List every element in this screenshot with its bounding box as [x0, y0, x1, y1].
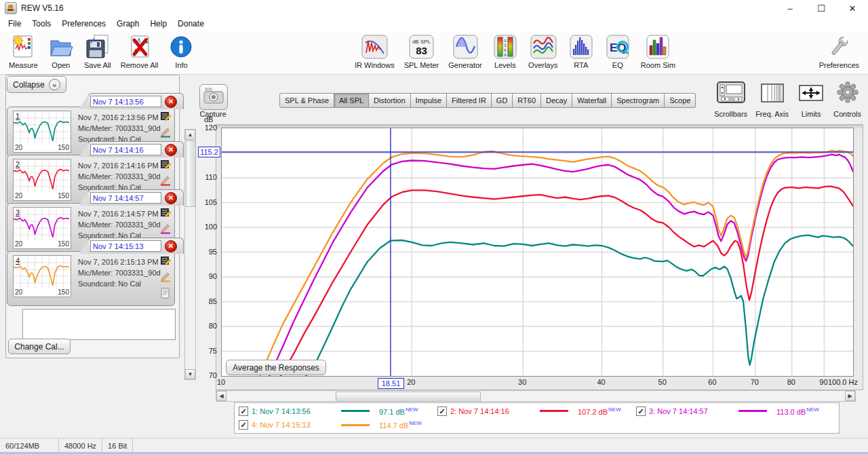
tab-decay[interactable]: Decay: [541, 93, 572, 108]
scrollbars-button[interactable]: Scrollbars: [714, 80, 747, 118]
tab-scope[interactable]: Scope: [665, 93, 696, 108]
toolbar-open-button[interactable]: Open: [47, 34, 75, 69]
toolbar-info-button[interactable]: Info: [167, 34, 195, 69]
toolbar-preferences-button[interactable]: Preferences: [819, 34, 859, 69]
menu-preferences[interactable]: Preferences: [56, 17, 111, 31]
measurement-name-input[interactable]: Nov 7 14:14:16: [90, 144, 161, 155]
menu-bar: FileToolsPreferencesGraphHelpDonate: [0, 16, 868, 31]
measurement-icons: [160, 111, 171, 140]
measurement-thumbnail[interactable]: 120150: [13, 111, 71, 153]
scrollbar-thumb[interactable]: [336, 392, 481, 402]
trace-style-icon[interactable]: [160, 127, 171, 140]
tab-impulse[interactable]: Impulse: [411, 93, 448, 108]
delete-measurement-button[interactable]: ✕: [165, 240, 177, 252]
measurement-notes-input[interactable]: [22, 309, 176, 340]
menu-graph[interactable]: Graph: [111, 17, 144, 31]
ir-windows-icon: [359, 34, 389, 60]
legend-checkbox[interactable]: ✓: [636, 406, 646, 416]
average-responses-button[interactable]: Average the Responses: [226, 360, 326, 375]
toolbar-save-all-button[interactable]: Save All: [84, 34, 111, 69]
menu-donate[interactable]: Donate: [172, 17, 210, 31]
collapse-label: Collapse: [13, 80, 45, 90]
freq-axis-icon: [758, 80, 787, 109]
minimize-button[interactable]: –: [774, 0, 806, 16]
tab-all-spl[interactable]: All SPL: [334, 93, 369, 108]
tab-distortion[interactable]: Distortion: [369, 93, 410, 108]
thumb-freq-min: 20: [15, 288, 22, 296]
trace-style-icon[interactable]: [160, 223, 171, 237]
close-button[interactable]: ✕: [837, 0, 868, 16]
toolbar-room-sim-button[interactable]: Room Sim: [641, 34, 675, 69]
delete-measurement-button[interactable]: ✕: [165, 144, 177, 156]
toolbar-button-label: Remove All: [121, 61, 159, 69]
maximize-button[interactable]: ☐: [806, 0, 837, 16]
trace-style-icon[interactable]: [160, 271, 171, 285]
toolbar-measure-button[interactable]: Measure: [9, 34, 38, 69]
camera-icon: [202, 86, 225, 109]
toolbar-generator-button[interactable]: Generator: [448, 34, 482, 69]
cal-file-icon[interactable]: [160, 288, 171, 301]
toolbar-eq-button[interactable]: EQEQ: [604, 34, 631, 69]
toolbar-spl-meter-button[interactable]: dB SPL83SPL Meter: [404, 34, 439, 69]
frequency-scrollbar[interactable]: ◀ ▶: [216, 390, 856, 402]
y-axis-tick-label: 75: [194, 347, 217, 355]
measurement-number: 3: [16, 208, 20, 216]
new-badge: NEW: [608, 406, 621, 413]
measurement-name-input[interactable]: Nov 7 14:14:57: [90, 192, 161, 204]
measurement-thumbnail[interactable]: 420150: [13, 255, 71, 297]
toolbar-rta-button[interactable]: RTA: [568, 34, 595, 69]
trace-style-icon[interactable]: [160, 175, 171, 189]
capture-button[interactable]: [199, 84, 228, 110]
legend-checkbox[interactable]: ✓: [239, 406, 248, 416]
title-bar: REW V5.16 – ☐ ✕: [0, 0, 868, 17]
menu-help[interactable]: Help: [144, 17, 172, 31]
legend-series-name: 1: Nov 7 14:13:56: [252, 407, 341, 415]
chevron-left-icon: «: [49, 79, 60, 90]
menu-tools[interactable]: Tools: [26, 17, 56, 31]
tab-gd[interactable]: GD: [492, 93, 513, 108]
controls-button[interactable]: Controls: [833, 80, 861, 118]
notes-icon[interactable]: [160, 255, 171, 269]
measurement-thumbnail[interactable]: 320150: [13, 207, 71, 249]
collapse-sidebar-button[interactable]: Collapse «: [7, 76, 66, 93]
measurement-number: 4: [16, 257, 20, 265]
y-axis-tick-label: 100: [194, 223, 217, 231]
measurement-name-input[interactable]: Nov 7 14:13:56: [90, 96, 161, 107]
toolbar-remove-all-button[interactable]: Remove All: [121, 34, 159, 69]
notes-icon[interactable]: [160, 207, 171, 221]
tab-spectrogram[interactable]: Spectrogram: [612, 93, 665, 108]
measurement-panel[interactable]: Nov 7 14:15:13✕420150Nov 7, 2016 2:15:13…: [7, 251, 175, 306]
freq-axis-button[interactable]: Freq. Axis: [755, 80, 789, 118]
measurement-datetime: Nov 7, 2016 2:14:57 PM: [78, 208, 158, 219]
change-cal-button[interactable]: Change Cal...: [8, 339, 71, 354]
tab-waterfall[interactable]: Waterfall: [572, 93, 612, 108]
legend-checkbox[interactable]: ✓: [437, 406, 447, 416]
delete-measurement-button[interactable]: ✕: [165, 96, 177, 108]
eq-icon: EQ: [604, 34, 631, 60]
notes-icon[interactable]: [160, 159, 171, 172]
toolbar-overlays-button[interactable]: Overlays: [528, 34, 558, 69]
toolbar: MeasureOpenSave AllRemove AllInfo IR Win…: [0, 31, 868, 75]
y-axis-tick-label: 95: [194, 248, 217, 256]
thumb-freq-min: 20: [15, 144, 22, 151]
tab-filtered-ir[interactable]: Filtered IR: [447, 93, 492, 108]
toolbar-button-label: IR Windows: [355, 61, 395, 69]
legend-line-sample: [540, 410, 568, 412]
toolbar-button-label: Save All: [84, 61, 111, 69]
delete-measurement-button[interactable]: ✕: [165, 192, 177, 204]
measurement-thumbnail[interactable]: 220150: [13, 159, 71, 201]
menu-file[interactable]: File: [3, 17, 26, 31]
tab-rt60[interactable]: RT60: [513, 93, 541, 108]
limits-button[interactable]: Limits: [797, 80, 825, 118]
x-axis-tick-label: 60: [708, 378, 716, 386]
scroll-right-arrow[interactable]: ▶: [845, 391, 855, 401]
legend-cursor-value: 114.7 dBNEW: [379, 420, 422, 430]
tab-spl-phase[interactable]: SPL & Phase: [279, 93, 334, 108]
legend-checkbox[interactable]: ✓: [239, 420, 248, 430]
spl-chart-plot[interactable]: [221, 128, 854, 377]
measurement-name-input[interactable]: Nov 7 14:15:13: [90, 240, 161, 252]
notes-icon[interactable]: [160, 111, 171, 124]
scroll-left-arrow[interactable]: ◀: [216, 391, 226, 401]
toolbar-levels-button[interactable]: 0369Levels: [492, 34, 519, 69]
toolbar-ir-windows-button[interactable]: IR Windows: [355, 34, 395, 69]
